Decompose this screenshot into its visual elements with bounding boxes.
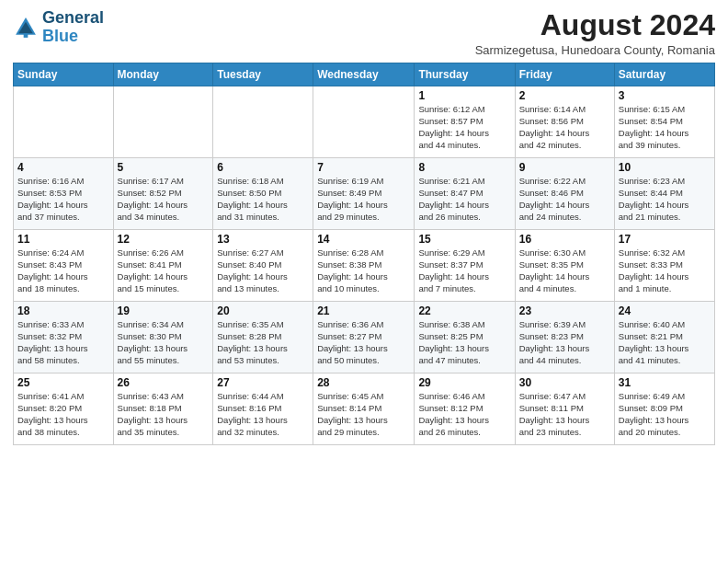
- calendar-cell: 29Sunrise: 6:46 AM Sunset: 8:12 PM Dayli…: [415, 373, 515, 445]
- day-info: Sunrise: 6:39 AM Sunset: 8:23 PM Dayligh…: [519, 319, 610, 366]
- day-info: Sunrise: 6:38 AM Sunset: 8:25 PM Dayligh…: [418, 319, 510, 366]
- day-info: Sunrise: 6:41 AM Sunset: 8:20 PM Dayligh…: [17, 391, 109, 438]
- day-number: 12: [118, 233, 210, 246]
- day-number: 23: [519, 304, 610, 317]
- day-info: Sunrise: 6:49 AM Sunset: 8:09 PM Dayligh…: [619, 391, 711, 438]
- calendar-cell: 4Sunrise: 6:16 AM Sunset: 8:53 PM Daylig…: [14, 158, 114, 230]
- day-info: Sunrise: 6:29 AM Sunset: 8:37 PM Dayligh…: [418, 247, 510, 294]
- day-info: Sunrise: 6:46 AM Sunset: 8:12 PM Dayligh…: [418, 391, 510, 438]
- svg-rect-2: [24, 33, 28, 38]
- day-info: Sunrise: 6:30 AM Sunset: 8:35 PM Dayligh…: [519, 247, 610, 294]
- calendar-cell: 26Sunrise: 6:43 AM Sunset: 8:18 PM Dayli…: [113, 373, 213, 445]
- subtitle: Sarmizegetusa, Hunedoara County, Romania: [475, 43, 715, 57]
- calendar-cell: 22Sunrise: 6:38 AM Sunset: 8:25 PM Dayli…: [415, 302, 515, 373]
- day-number: 3: [619, 89, 711, 102]
- th-monday: Monday: [113, 63, 213, 86]
- calendar-cell: 23Sunrise: 6:39 AM Sunset: 8:23 PM Dayli…: [515, 302, 614, 373]
- th-thursday: Thursday: [415, 63, 515, 86]
- logo-line1: General: [42, 9, 104, 28]
- day-info: Sunrise: 6:40 AM Sunset: 8:21 PM Dayligh…: [619, 319, 711, 366]
- calendar-cell: 11Sunrise: 6:24 AM Sunset: 8:43 PM Dayli…: [14, 230, 114, 302]
- day-number: 1: [418, 89, 510, 102]
- week-row-0: 1Sunrise: 6:12 AM Sunset: 8:57 PM Daylig…: [14, 86, 715, 158]
- day-info: Sunrise: 6:23 AM Sunset: 8:44 PM Dayligh…: [619, 176, 711, 223]
- calendar-body: 1Sunrise: 6:12 AM Sunset: 8:57 PM Daylig…: [14, 86, 715, 445]
- th-wednesday: Wednesday: [313, 63, 415, 86]
- day-number: 13: [217, 233, 309, 246]
- calendar-cell: 10Sunrise: 6:23 AM Sunset: 8:44 PM Dayli…: [614, 158, 714, 230]
- title-area: August 2024 Sarmizegetusa, Hunedoara Cou…: [475, 9, 715, 57]
- calendar: Sunday Monday Tuesday Wednesday Thursday…: [13, 63, 715, 445]
- logo-line2: Blue: [42, 28, 104, 46]
- day-info: Sunrise: 6:26 AM Sunset: 8:41 PM Dayligh…: [118, 247, 210, 294]
- week-row-2: 11Sunrise: 6:24 AM Sunset: 8:43 PM Dayli…: [14, 230, 715, 302]
- calendar-cell: [14, 86, 114, 158]
- day-number: 4: [17, 161, 109, 174]
- th-saturday: Saturday: [614, 63, 714, 86]
- logo-icon: [13, 15, 39, 40]
- calendar-cell: 5Sunrise: 6:17 AM Sunset: 8:52 PM Daylig…: [113, 158, 213, 230]
- day-info: Sunrise: 6:32 AM Sunset: 8:33 PM Dayligh…: [619, 247, 711, 294]
- day-number: 22: [418, 304, 510, 317]
- day-number: 28: [317, 376, 410, 389]
- calendar-cell: 17Sunrise: 6:32 AM Sunset: 8:33 PM Dayli…: [614, 230, 714, 302]
- day-info: Sunrise: 6:16 AM Sunset: 8:53 PM Dayligh…: [17, 176, 109, 223]
- th-tuesday: Tuesday: [213, 63, 313, 86]
- calendar-cell: 9Sunrise: 6:22 AM Sunset: 8:46 PM Daylig…: [515, 158, 614, 230]
- logo-text: General Blue: [42, 9, 104, 46]
- day-number: 18: [17, 304, 109, 317]
- day-info: Sunrise: 6:36 AM Sunset: 8:27 PM Dayligh…: [317, 319, 410, 366]
- day-number: 30: [519, 376, 610, 389]
- day-info: Sunrise: 6:14 AM Sunset: 8:56 PM Dayligh…: [519, 104, 610, 151]
- calendar-cell: 13Sunrise: 6:27 AM Sunset: 8:40 PM Dayli…: [213, 230, 313, 302]
- day-info: Sunrise: 6:18 AM Sunset: 8:50 PM Dayligh…: [217, 176, 309, 223]
- day-info: Sunrise: 6:47 AM Sunset: 8:11 PM Dayligh…: [519, 391, 610, 438]
- day-info: Sunrise: 6:27 AM Sunset: 8:40 PM Dayligh…: [217, 247, 309, 294]
- day-number: 7: [317, 161, 410, 174]
- calendar-cell: 16Sunrise: 6:30 AM Sunset: 8:35 PM Dayli…: [515, 230, 614, 302]
- day-info: Sunrise: 6:15 AM Sunset: 8:54 PM Dayligh…: [619, 104, 711, 151]
- day-number: 29: [418, 376, 510, 389]
- day-number: 27: [217, 376, 309, 389]
- month-title: August 2024: [475, 9, 715, 41]
- day-number: 17: [619, 233, 711, 246]
- calendar-cell: 30Sunrise: 6:47 AM Sunset: 8:11 PM Dayli…: [515, 373, 614, 445]
- day-number: 15: [418, 233, 510, 246]
- day-info: Sunrise: 6:33 AM Sunset: 8:32 PM Dayligh…: [17, 319, 109, 366]
- calendar-cell: 18Sunrise: 6:33 AM Sunset: 8:32 PM Dayli…: [14, 302, 114, 373]
- header-row: Sunday Monday Tuesday Wednesday Thursday…: [14, 63, 715, 86]
- calendar-cell: [313, 86, 415, 158]
- calendar-cell: 6Sunrise: 6:18 AM Sunset: 8:50 PM Daylig…: [213, 158, 313, 230]
- calendar-cell: 2Sunrise: 6:14 AM Sunset: 8:56 PM Daylig…: [515, 86, 614, 158]
- day-info: Sunrise: 6:35 AM Sunset: 8:28 PM Dayligh…: [217, 319, 309, 366]
- calendar-cell: [113, 86, 213, 158]
- day-number: 20: [217, 304, 309, 317]
- calendar-cell: 20Sunrise: 6:35 AM Sunset: 8:28 PM Dayli…: [213, 302, 313, 373]
- day-number: 2: [519, 89, 610, 102]
- calendar-cell: 1Sunrise: 6:12 AM Sunset: 8:57 PM Daylig…: [415, 86, 515, 158]
- day-info: Sunrise: 6:24 AM Sunset: 8:43 PM Dayligh…: [17, 247, 109, 294]
- day-info: Sunrise: 6:43 AM Sunset: 8:18 PM Dayligh…: [118, 391, 210, 438]
- day-info: Sunrise: 6:12 AM Sunset: 8:57 PM Dayligh…: [418, 104, 510, 151]
- calendar-cell: 8Sunrise: 6:21 AM Sunset: 8:47 PM Daylig…: [415, 158, 515, 230]
- calendar-cell: 27Sunrise: 6:44 AM Sunset: 8:16 PM Dayli…: [213, 373, 313, 445]
- calendar-cell: 28Sunrise: 6:45 AM Sunset: 8:14 PM Dayli…: [313, 373, 415, 445]
- day-info: Sunrise: 6:28 AM Sunset: 8:38 PM Dayligh…: [317, 247, 410, 294]
- day-number: 31: [619, 376, 711, 389]
- logo: General Blue: [13, 9, 104, 46]
- calendar-cell: 25Sunrise: 6:41 AM Sunset: 8:20 PM Dayli…: [14, 373, 114, 445]
- week-row-3: 18Sunrise: 6:33 AM Sunset: 8:32 PM Dayli…: [14, 302, 715, 373]
- day-number: 5: [118, 161, 210, 174]
- day-number: 16: [519, 233, 610, 246]
- day-number: 8: [418, 161, 510, 174]
- day-number: 10: [619, 161, 711, 174]
- day-info: Sunrise: 6:17 AM Sunset: 8:52 PM Dayligh…: [118, 176, 210, 223]
- th-friday: Friday: [515, 63, 614, 86]
- day-info: Sunrise: 6:45 AM Sunset: 8:14 PM Dayligh…: [317, 391, 410, 438]
- calendar-cell: 7Sunrise: 6:19 AM Sunset: 8:49 PM Daylig…: [313, 158, 415, 230]
- day-info: Sunrise: 6:19 AM Sunset: 8:49 PM Dayligh…: [317, 176, 410, 223]
- day-info: Sunrise: 6:44 AM Sunset: 8:16 PM Dayligh…: [217, 391, 309, 438]
- calendar-cell: 14Sunrise: 6:28 AM Sunset: 8:38 PM Dayli…: [313, 230, 415, 302]
- week-row-1: 4Sunrise: 6:16 AM Sunset: 8:53 PM Daylig…: [14, 158, 715, 230]
- day-info: Sunrise: 6:21 AM Sunset: 8:47 PM Dayligh…: [418, 176, 510, 223]
